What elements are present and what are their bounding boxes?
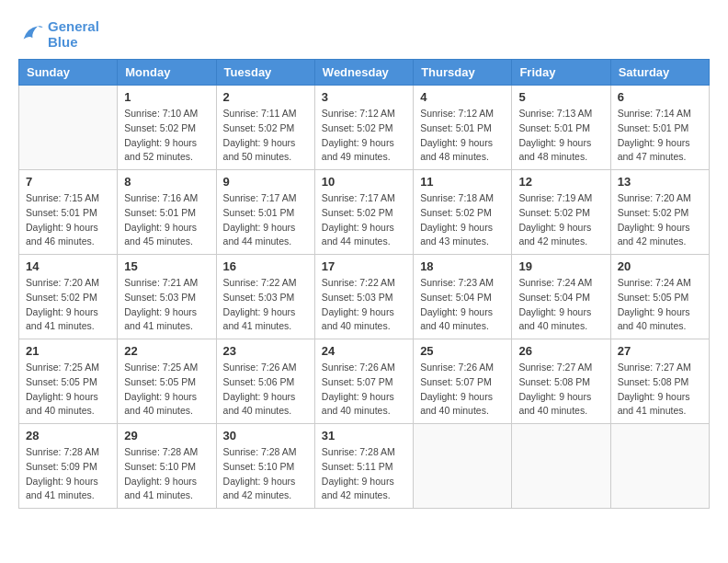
day-info: Sunrise: 7:25 AMSunset: 5:05 PMDaylight:… — [26, 361, 110, 419]
calendar-cell: 22Sunrise: 7:25 AMSunset: 5:05 PMDayligh… — [118, 339, 216, 424]
weekday-header-sunday: Sunday — [19, 60, 118, 86]
day-info: Sunrise: 7:26 AMSunset: 5:06 PMDaylight:… — [223, 361, 308, 419]
calendar-cell: 31Sunrise: 7:28 AMSunset: 5:11 PMDayligh… — [314, 424, 413, 509]
day-info: Sunrise: 7:11 AMSunset: 5:02 PMDaylight:… — [223, 107, 308, 165]
day-info: Sunrise: 7:20 AMSunset: 5:02 PMDaylight:… — [618, 191, 702, 249]
calendar-cell — [512, 424, 610, 509]
calendar-cell: 17Sunrise: 7:22 AMSunset: 5:03 PMDayligh… — [314, 255, 413, 339]
day-number: 28 — [26, 429, 110, 442]
calendar-cell: 12Sunrise: 7:19 AMSunset: 5:02 PMDayligh… — [512, 170, 610, 255]
day-number: 12 — [518, 175, 603, 189]
calendar-cell: 30Sunrise: 7:28 AMSunset: 5:10 PMDayligh… — [216, 424, 314, 509]
weekday-header-wednesday: Wednesday — [314, 60, 413, 86]
day-number: 25 — [420, 344, 505, 358]
calendar-week-5: 28Sunrise: 7:28 AMSunset: 5:09 PMDayligh… — [19, 424, 710, 509]
day-info: Sunrise: 7:27 AMSunset: 5:08 PMDaylight:… — [518, 361, 603, 419]
day-info: Sunrise: 7:13 AMSunset: 5:01 PMDaylight:… — [518, 107, 603, 165]
day-number: 17 — [322, 259, 406, 273]
day-number: 24 — [322, 344, 406, 358]
day-info: Sunrise: 7:26 AMSunset: 5:07 PMDaylight:… — [322, 361, 406, 419]
calendar-week-4: 21Sunrise: 7:25 AMSunset: 5:05 PMDayligh… — [19, 339, 710, 424]
calendar-cell: 15Sunrise: 7:21 AMSunset: 5:03 PMDayligh… — [118, 255, 216, 339]
calendar-cell: 16Sunrise: 7:22 AMSunset: 5:03 PMDayligh… — [216, 255, 314, 339]
calendar-cell: 9Sunrise: 7:17 AMSunset: 5:01 PMDaylight… — [216, 170, 314, 255]
day-number: 15 — [124, 259, 209, 273]
day-number: 29 — [124, 429, 209, 442]
day-number: 31 — [322, 429, 406, 442]
calendar-cell: 11Sunrise: 7:18 AMSunset: 5:02 PMDayligh… — [414, 170, 512, 255]
day-info: Sunrise: 7:14 AMSunset: 5:01 PMDaylight:… — [618, 107, 702, 165]
day-number: 19 — [518, 259, 603, 273]
day-info: Sunrise: 7:25 AMSunset: 5:05 PMDaylight:… — [124, 361, 209, 419]
day-info: Sunrise: 7:22 AMSunset: 5:03 PMDaylight:… — [223, 276, 308, 334]
day-info: Sunrise: 7:28 AMSunset: 5:09 PMDaylight:… — [26, 445, 110, 503]
calendar-week-2: 7Sunrise: 7:15 AMSunset: 5:01 PMDaylight… — [19, 170, 710, 255]
weekday-header-monday: Monday — [118, 60, 216, 86]
day-number: 11 — [420, 175, 505, 189]
day-info: Sunrise: 7:28 AMSunset: 5:10 PMDaylight:… — [223, 445, 308, 503]
calendar-cell: 28Sunrise: 7:28 AMSunset: 5:09 PMDayligh… — [19, 424, 118, 509]
day-info: Sunrise: 7:16 AMSunset: 5:01 PMDaylight:… — [124, 191, 209, 249]
day-number: 30 — [223, 429, 308, 442]
calendar-week-3: 14Sunrise: 7:20 AMSunset: 5:02 PMDayligh… — [19, 255, 710, 339]
calendar-cell: 1Sunrise: 7:10 AMSunset: 5:02 PMDaylight… — [118, 86, 216, 170]
day-info: Sunrise: 7:10 AMSunset: 5:02 PMDaylight:… — [124, 107, 209, 165]
calendar-cell: 21Sunrise: 7:25 AMSunset: 5:05 PMDayligh… — [19, 339, 118, 424]
day-number: 7 — [26, 175, 110, 189]
calendar-cell: 27Sunrise: 7:27 AMSunset: 5:08 PMDayligh… — [610, 339, 709, 424]
day-number: 3 — [322, 90, 406, 104]
calendar-cell: 20Sunrise: 7:24 AMSunset: 5:05 PMDayligh… — [610, 255, 709, 339]
calendar-cell: 18Sunrise: 7:23 AMSunset: 5:04 PMDayligh… — [414, 255, 512, 339]
day-info: Sunrise: 7:19 AMSunset: 5:02 PMDaylight:… — [518, 191, 603, 249]
calendar-cell: 14Sunrise: 7:20 AMSunset: 5:02 PMDayligh… — [19, 255, 118, 339]
day-info: Sunrise: 7:12 AMSunset: 5:02 PMDaylight:… — [322, 107, 406, 165]
logo-icon — [18, 21, 44, 47]
calendar-cell — [19, 86, 118, 170]
calendar-cell: 26Sunrise: 7:27 AMSunset: 5:08 PMDayligh… — [512, 339, 610, 424]
day-info: Sunrise: 7:22 AMSunset: 5:03 PMDaylight:… — [322, 276, 406, 334]
day-info: Sunrise: 7:23 AMSunset: 5:04 PMDaylight:… — [420, 276, 505, 334]
day-number: 26 — [518, 344, 603, 358]
day-number: 23 — [223, 344, 308, 358]
calendar-cell: 19Sunrise: 7:24 AMSunset: 5:04 PMDayligh… — [512, 255, 610, 339]
weekday-header-saturday: Saturday — [610, 60, 709, 86]
calendar-cell — [414, 424, 512, 509]
day-info: Sunrise: 7:12 AMSunset: 5:01 PMDaylight:… — [420, 107, 505, 165]
day-info: Sunrise: 7:17 AMSunset: 5:01 PMDaylight:… — [223, 191, 308, 249]
calendar-cell: 4Sunrise: 7:12 AMSunset: 5:01 PMDaylight… — [414, 86, 512, 170]
calendar-cell: 13Sunrise: 7:20 AMSunset: 5:02 PMDayligh… — [610, 170, 709, 255]
day-info: Sunrise: 7:27 AMSunset: 5:08 PMDaylight:… — [618, 361, 702, 419]
day-info: Sunrise: 7:18 AMSunset: 5:02 PMDaylight:… — [420, 191, 505, 249]
calendar-cell: 23Sunrise: 7:26 AMSunset: 5:06 PMDayligh… — [216, 339, 314, 424]
calendar-cell: 10Sunrise: 7:17 AMSunset: 5:02 PMDayligh… — [314, 170, 413, 255]
day-number: 14 — [26, 259, 110, 273]
calendar-cell: 6Sunrise: 7:14 AMSunset: 5:01 PMDaylight… — [610, 86, 709, 170]
day-number: 5 — [518, 90, 603, 104]
day-number: 20 — [618, 259, 702, 273]
day-number: 21 — [26, 344, 110, 358]
day-info: Sunrise: 7:28 AMSunset: 5:10 PMDaylight:… — [124, 445, 209, 503]
day-number: 18 — [420, 259, 505, 273]
day-number: 4 — [420, 90, 505, 104]
day-number: 10 — [322, 175, 406, 189]
day-info: Sunrise: 7:17 AMSunset: 5:02 PMDaylight:… — [322, 191, 406, 249]
day-number: 2 — [223, 90, 308, 104]
calendar-header-row: SundayMondayTuesdayWednesdayThursdayFrid… — [19, 60, 710, 86]
main-container: General Blue SundayMondayTuesdayWednesda… — [0, 0, 728, 518]
logo: General Blue — [18, 18, 99, 50]
calendar-cell: 24Sunrise: 7:26 AMSunset: 5:07 PMDayligh… — [314, 339, 413, 424]
calendar-week-1: 1Sunrise: 7:10 AMSunset: 5:02 PMDaylight… — [19, 86, 710, 170]
weekday-header-tuesday: Tuesday — [216, 60, 314, 86]
calendar-cell: 8Sunrise: 7:16 AMSunset: 5:01 PMDaylight… — [118, 170, 216, 255]
calendar-cell: 2Sunrise: 7:11 AMSunset: 5:02 PMDaylight… — [216, 86, 314, 170]
day-number: 6 — [618, 90, 702, 104]
day-info: Sunrise: 7:28 AMSunset: 5:11 PMDaylight:… — [322, 445, 406, 503]
day-info: Sunrise: 7:24 AMSunset: 5:04 PMDaylight:… — [518, 276, 603, 334]
weekday-header-friday: Friday — [512, 60, 610, 86]
day-number: 8 — [124, 175, 209, 189]
day-number: 22 — [124, 344, 209, 358]
logo-text: General Blue — [48, 18, 99, 50]
day-info: Sunrise: 7:21 AMSunset: 5:03 PMDaylight:… — [124, 276, 209, 334]
day-info: Sunrise: 7:20 AMSunset: 5:02 PMDaylight:… — [26, 276, 110, 334]
calendar-cell: 7Sunrise: 7:15 AMSunset: 5:01 PMDaylight… — [19, 170, 118, 255]
